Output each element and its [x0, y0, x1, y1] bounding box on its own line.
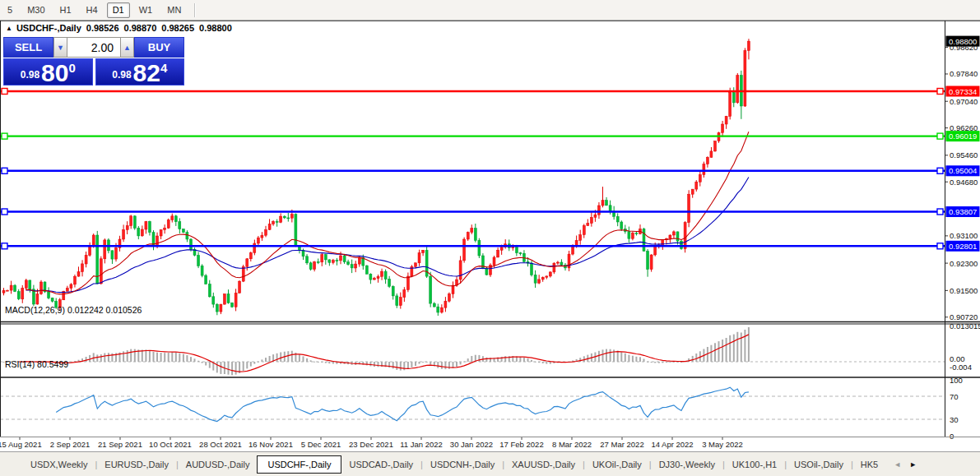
current-price-label: 0.98800 — [946, 36, 980, 47]
bid-price-main: 80 — [41, 62, 68, 84]
volume-increase-button[interactable]: ▲ — [120, 37, 134, 58]
svg-text:0.91500: 0.91500 — [950, 286, 978, 295]
line-handle[interactable] — [937, 133, 943, 139]
svg-text:0.90720: 0.90720 — [950, 312, 978, 321]
close-value: 0.98800 — [199, 23, 232, 33]
rsi-axis-label: 30 — [950, 415, 959, 424]
timeframe-button-5[interactable]: 5 — [2, 2, 18, 18]
date-label: 11 Jan 2022 — [400, 440, 443, 449]
svg-text:0.92801: 0.92801 — [949, 242, 977, 251]
date-label: 30 Jan 2022 — [450, 440, 493, 449]
date-label: 15 Aug 2021 — [0, 440, 42, 449]
collapse-icon[interactable]: ▲ — [6, 25, 12, 32]
macd-indicator-header: MACD(12,26,9) 0.012242 0.010526 — [5, 305, 142, 315]
svg-text:0.94680: 0.94680 — [950, 178, 978, 187]
horizontal-line-0.97334[interactable]: 0.97334 — [1, 86, 980, 97]
tab-usdchf-daily[interactable]: USDCHF-,Daily — [257, 455, 341, 474]
line-handle[interactable] — [937, 243, 943, 249]
low-value: 0.98265 — [161, 23, 194, 33]
rsi-axis-label: 0 — [950, 432, 954, 441]
date-label: 10 Oct 2021 — [149, 440, 192, 449]
ask-price-display[interactable]: 0.98 82 4 — [95, 58, 185, 85]
date-label: 2 Sep 2021 — [50, 440, 91, 449]
macd-signal-value: 0.010526 — [106, 305, 142, 315]
moving-averages — [26, 132, 749, 294]
date-label: 5 Dec 2021 — [301, 440, 341, 449]
timeframe-button-w1[interactable]: W1 — [133, 2, 159, 18]
toolbar-separator — [194, 3, 196, 17]
tab-uk100-h1[interactable]: UK100-,H1 — [725, 456, 784, 473]
volume-decrease-button[interactable]: ▼ — [53, 37, 67, 58]
date-label: 27 Mar 2022 — [600, 440, 643, 449]
bid-price-display[interactable]: 0.98 80 0 — [3, 58, 93, 85]
macd-signal-line — [19, 335, 749, 372]
svg-text:0.97334: 0.97334 — [949, 87, 977, 96]
macd-label: MACD(12,26,9) — [5, 305, 65, 315]
date-label: 23 Dec 2021 — [349, 440, 393, 449]
buy-button[interactable]: BUY — [134, 37, 184, 58]
date-label: 21 Sep 2021 — [98, 440, 142, 449]
rsi-indicator-header: RSI(14) 80.5499 — [5, 359, 68, 369]
fast-ma-line — [26, 132, 749, 294]
tab-hk5[interactable]: HK5 — [853, 456, 885, 473]
tab-scroll-left-icon[interactable]: ◄ — [894, 460, 901, 469]
svg-text:0.93100: 0.93100 — [950, 231, 978, 240]
timeframe-button-m30[interactable]: M30 — [21, 2, 50, 18]
chart-title: ▲ USDCHF-,Daily 0.98526 0.98870 0.98265 … — [6, 23, 232, 33]
svg-text:0.97840: 0.97840 — [950, 69, 978, 78]
date-label: 3 May 2022 — [702, 440, 743, 449]
svg-text:0.95460: 0.95460 — [950, 150, 978, 159]
date-label: 28 Oct 2021 — [199, 440, 242, 449]
timeframe-button-mn[interactable]: MN — [161, 2, 187, 18]
spin-up-icon: ▲ — [123, 44, 131, 52]
spin-down-icon: ▼ — [57, 44, 64, 52]
horizontal-line-0.92801[interactable]: 0.92801 — [1, 241, 980, 252]
svg-text:0.98800: 0.98800 — [949, 37, 977, 46]
line-handle[interactable] — [2, 243, 7, 249]
svg-text:0.96019: 0.96019 — [949, 132, 977, 141]
rsi-label: RSI(14) — [5, 359, 35, 369]
line-handle[interactable] — [937, 168, 943, 173]
bid-price-pip: 0 — [68, 61, 75, 75]
horizontal-line-0.96019[interactable]: 0.96019 — [1, 131, 980, 141]
horizontal-line-0.93807[interactable]: 0.93807 — [1, 206, 980, 217]
tab-dj30-weekly[interactable]: DJ30-,Weekly — [652, 456, 722, 473]
horizontal-line-0.95004[interactable]: 0.95004 — [1, 165, 980, 176]
tab-scroll-right-icon[interactable]: ► — [909, 460, 917, 469]
timeframe-button-h4[interactable]: H4 — [81, 2, 104, 18]
timeframe-button-d1[interactable]: D1 — [107, 2, 130, 18]
svg-text:0.97040: 0.97040 — [950, 97, 978, 106]
tab-usdcnh-daily[interactable]: USDCNH-,Daily — [423, 456, 502, 473]
horizontal-line-objects[interactable]: 0.973340.960190.950040.938070.92801 — [1, 86, 980, 252]
ask-price-pip: 4 — [160, 61, 167, 75]
date-axis[interactable]: 15 Aug 20212 Sep 202121 Sep 202110 Oct 2… — [0, 437, 743, 450]
tab-usdcad-daily[interactable]: USDCAD-,Daily — [341, 456, 420, 473]
tab-audusd-daily[interactable]: AUDUSD-,Daily — [179, 456, 258, 473]
macd-axis-label: -0.004 — [950, 363, 972, 372]
timeframe-button-h1[interactable]: H1 — [54, 2, 77, 18]
tab-usdx-weekly[interactable]: USDX,Weekly — [23, 456, 95, 473]
tab-usoil-daily[interactable]: USOil-,Daily — [787, 456, 851, 473]
rsi-axis-label: 100 — [950, 376, 963, 385]
chart-window: 0.973340.960190.950040.938070.928010.986… — [0, 21, 980, 451]
one-click-trading-panel: SELL ▼ ▲ BUY 0.98 80 0 0.98 82 4 — [3, 37, 184, 85]
macd-main-value: 0.012242 — [67, 305, 104, 315]
line-handle[interactable] — [2, 89, 7, 95]
bid-price-prefix: 0.98 — [21, 69, 39, 81]
date-label: 14 Apr 2022 — [651, 440, 693, 449]
line-handle[interactable] — [937, 89, 943, 95]
line-handle[interactable] — [2, 168, 7, 173]
line-handle[interactable] — [2, 133, 7, 139]
svg-text:0.92300: 0.92300 — [950, 259, 978, 268]
sell-button[interactable]: SELL — [3, 37, 53, 58]
date-label: 17 Feb 2022 — [499, 440, 543, 449]
tab-eurusd-daily[interactable]: EURUSD-,Daily — [97, 456, 176, 473]
tab-ukoil-daily[interactable]: UKOil-,Daily — [585, 456, 649, 473]
tab-xauusd-daily[interactable]: XAUUSD-,Daily — [504, 456, 583, 473]
line-handle[interactable] — [937, 209, 943, 215]
volume-input[interactable] — [67, 37, 120, 58]
symbol-tab-bar: USDX,Weekly|EURUSD-,Daily|AUDUSD-,DailyU… — [0, 451, 980, 476]
line-handle[interactable] — [2, 209, 7, 215]
price-axis[interactable]: 0.986200.978400.970400.962600.954600.946… — [945, 36, 980, 441]
date-label: 8 Mar 2022 — [552, 440, 592, 449]
